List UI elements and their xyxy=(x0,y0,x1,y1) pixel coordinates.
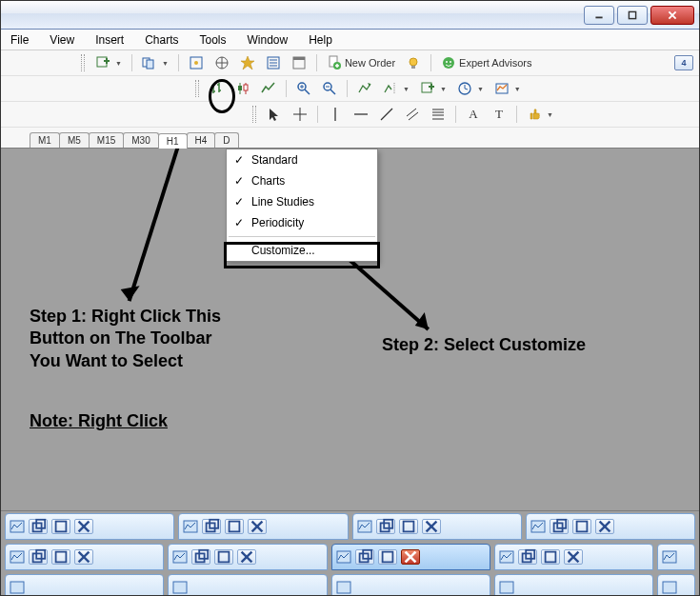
menu-help[interactable]: Help xyxy=(305,31,336,49)
mdi-maximize-icon[interactable] xyxy=(214,549,233,565)
data-window-button[interactable] xyxy=(288,52,310,73)
expert-advisors-button[interactable]: Expert Advisors xyxy=(437,52,535,73)
mdi-close-icon[interactable] xyxy=(237,549,256,565)
vertical-line-button[interactable] xyxy=(324,104,347,125)
menu-window[interactable]: Window xyxy=(244,31,292,49)
mdi-window[interactable] xyxy=(5,513,174,540)
alerts-indicator[interactable]: 4 xyxy=(674,55,693,70)
svg-line-45 xyxy=(330,89,335,94)
strategy-tester-button[interactable] xyxy=(262,52,285,73)
mdi-window[interactable] xyxy=(657,544,695,570)
mdi-window[interactable] xyxy=(331,574,490,596)
period-m30[interactable]: M30 xyxy=(123,132,158,148)
line-chart-button[interactable] xyxy=(257,78,280,99)
crosshair-button[interactable] xyxy=(289,104,311,125)
auto-scroll-button[interactable] xyxy=(353,78,376,99)
mdi-window[interactable] xyxy=(168,544,327,570)
menu-charts[interactable]: Charts xyxy=(141,31,182,49)
equidistant-channel-button[interactable] xyxy=(401,104,424,125)
mdi-window[interactable] xyxy=(352,513,522,540)
mdi-maximize-icon[interactable] xyxy=(378,549,397,565)
trendline-button[interactable] xyxy=(375,104,398,125)
mdi-maximize-icon[interactable] xyxy=(541,549,560,565)
mdi-window[interactable] xyxy=(178,513,348,540)
step1-annotation: Step 1: Right Click This Button on The T… xyxy=(30,306,221,372)
market-watch-button[interactable] xyxy=(185,52,208,73)
mdi-window[interactable] xyxy=(5,574,164,596)
menu-file[interactable]: File xyxy=(7,31,32,49)
navigator-button[interactable] xyxy=(210,52,233,73)
period-m1[interactable]: M1 xyxy=(30,132,60,148)
menu-view[interactable]: View xyxy=(46,31,78,49)
period-d[interactable]: D xyxy=(214,132,238,148)
text-button[interactable]: A xyxy=(462,104,485,125)
period-h1[interactable]: H1 xyxy=(158,133,188,149)
restore-button[interactable] xyxy=(617,6,648,25)
mdi-close-icon[interactable] xyxy=(74,519,93,534)
svg-rect-20 xyxy=(293,57,305,60)
indicators-button[interactable]: ▼ xyxy=(416,78,450,99)
mdi-restore-icon[interactable] xyxy=(29,519,48,534)
new-chart-button[interactable]: ▼ xyxy=(91,52,126,73)
mdi-restore-icon[interactable] xyxy=(355,549,374,565)
mdi-window[interactable] xyxy=(5,544,164,570)
mdi-restore-icon[interactable] xyxy=(376,519,395,534)
step2-annotation: Step 2: Select Customize xyxy=(382,334,586,356)
terminal-button[interactable] xyxy=(236,52,259,73)
zoom-out-button[interactable] xyxy=(318,78,341,99)
mdi-close-icon[interactable] xyxy=(595,519,614,534)
mdi-window[interactable] xyxy=(657,574,695,596)
mdi-close-icon[interactable] xyxy=(74,549,93,565)
mdi-maximize-icon[interactable] xyxy=(225,519,244,534)
profiles-button[interactable]: ▼ xyxy=(138,52,172,73)
mdi-window[interactable] xyxy=(526,513,695,540)
chart-window-icon xyxy=(172,549,188,565)
mdi-restore-icon[interactable] xyxy=(202,519,221,534)
ctx-periodicity[interactable]: ✓Periodicity xyxy=(227,212,377,233)
mdi-maximize-icon[interactable] xyxy=(51,519,70,534)
toolbar-grip[interactable] xyxy=(195,80,199,97)
period-m15[interactable]: M15 xyxy=(89,132,124,148)
mdi-maximize-icon[interactable] xyxy=(572,519,591,534)
mdi-restore-icon[interactable] xyxy=(191,549,210,565)
mdi-window[interactable] xyxy=(494,574,653,596)
menu-tools[interactable]: Tools xyxy=(196,31,230,49)
mdi-restore-icon[interactable] xyxy=(518,549,537,565)
ctx-line-studies[interactable]: ✓Line Studies xyxy=(227,191,377,212)
mdi-window-active[interactable] xyxy=(331,544,490,570)
toolbar-grip[interactable] xyxy=(252,106,256,123)
close-button[interactable] xyxy=(650,6,694,25)
horizontal-line-button[interactable] xyxy=(350,104,372,125)
mdi-close-icon[interactable] xyxy=(422,519,441,534)
cursor-button[interactable] xyxy=(263,104,286,125)
mdi-maximize-icon[interactable] xyxy=(399,519,418,534)
minimize-button[interactable] xyxy=(584,6,614,25)
period-h4[interactable]: H4 xyxy=(187,132,216,148)
period-m5[interactable]: M5 xyxy=(59,132,90,148)
mdi-restore-icon[interactable] xyxy=(550,519,569,534)
meta-quotes-button[interactable] xyxy=(402,52,425,73)
ctx-customize[interactable]: Customize... xyxy=(227,240,377,261)
ctx-standard[interactable]: ✓Standard xyxy=(227,149,377,170)
trendline-icon xyxy=(379,107,394,122)
mdi-window[interactable] xyxy=(168,574,327,596)
mdi-close-icon[interactable] xyxy=(401,549,420,565)
zoom-in-button[interactable] xyxy=(292,78,315,99)
ctx-charts[interactable]: ✓Charts xyxy=(227,170,377,191)
mdi-close-icon[interactable] xyxy=(564,549,583,565)
mdi-restore-icon[interactable] xyxy=(29,549,48,565)
mdi-maximize-icon[interactable] xyxy=(51,549,70,565)
toolbar-grip[interactable] xyxy=(81,54,85,71)
mdi-window[interactable] xyxy=(494,544,653,570)
mdi-close-icon[interactable] xyxy=(248,519,267,534)
text-label-button[interactable]: T xyxy=(488,104,510,125)
chart-shift-button[interactable]: ▼ xyxy=(379,78,413,99)
arrows-button[interactable]: ▼ xyxy=(523,104,557,125)
new-order-button[interactable]: New Order xyxy=(323,52,399,73)
templates-button[interactable]: ▼ xyxy=(490,78,525,99)
fibonacci-button[interactable] xyxy=(427,104,450,125)
menu-insert[interactable]: Insert xyxy=(91,31,128,49)
profiles-icon xyxy=(142,55,157,70)
ctx-periodicity-label: Periodicity xyxy=(251,216,304,229)
periods-button[interactable]: ▼ xyxy=(453,78,488,99)
